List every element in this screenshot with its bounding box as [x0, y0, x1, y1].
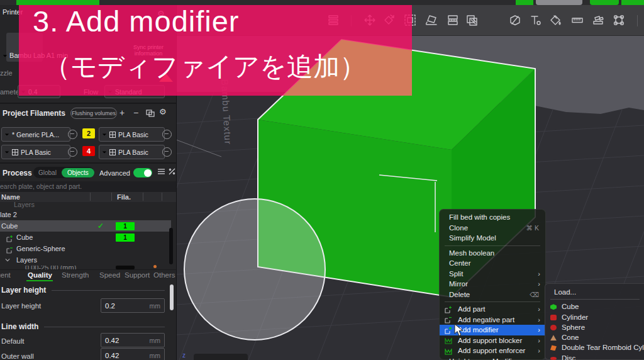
- nozzle-label-fragment: zzle: [0, 69, 13, 77]
- paint-icon[interactable]: [547, 12, 564, 28]
- split-to-parts-icon[interactable]: [464, 12, 480, 28]
- filament-swap-icon[interactable]: [146, 110, 155, 118]
- outer-wall-input[interactable]: 0.42mm: [101, 348, 165, 360]
- cone-shape-icon: [550, 335, 557, 340]
- app-window: Bambu Textur z: [0, 0, 644, 360]
- filament-1-select[interactable]: * Generic PLA...: [1, 127, 70, 142]
- settings-scrollbar[interactable]: [170, 284, 174, 310]
- sphere-shape-icon: [550, 325, 557, 330]
- cut-icon[interactable]: [507, 12, 523, 28]
- add-filament-button[interactable]: +: [119, 108, 125, 118]
- menu-item-fill-bed[interactable]: Fill bed with copies: [440, 212, 545, 223]
- top-tab-strip: [0, 0, 644, 5]
- lay-on-face-icon[interactable]: [423, 12, 440, 28]
- default-width-input[interactable]: 0.42mm: [101, 333, 165, 347]
- overlay-subtitle: （モディファイアを追加）: [44, 49, 366, 84]
- menu-item-add-support-enforcer[interactable]: Add support enforcer ›: [440, 346, 545, 356]
- top-button-gray[interactable]: [536, 0, 582, 5]
- remove-filament-button[interactable]: −: [133, 108, 138, 118]
- sphere-object[interactable]: [184, 199, 325, 340]
- advanced-toggle[interactable]: [133, 168, 152, 177]
- print-button-bottom[interactable]: [621, 0, 644, 5]
- tree-row-generic-sphere[interactable]: Generic-Sphere: [0, 243, 171, 254]
- tab-others[interactable]: Others: [153, 271, 175, 279]
- tab-speed[interactable]: Speed: [99, 271, 120, 279]
- layer-height-input[interactable]: 0.2mm: [101, 298, 165, 313]
- search-input[interactable]: earch plate, object and part.: [0, 181, 176, 192]
- submenu-item-cube[interactable]: Cube: [545, 301, 644, 312]
- tree-scrollbar[interactable]: [169, 228, 173, 264]
- line-width-section-header: Line width: [1, 322, 38, 331]
- tab-support[interactable]: Support: [125, 271, 150, 279]
- submenu-chevron-icon: ›: [538, 304, 540, 315]
- submenu-item-sphere[interactable]: Sphere: [545, 322, 644, 332]
- menu-item-simplify-model[interactable]: Simplify Model: [440, 233, 545, 244]
- z-axis-label: z: [182, 352, 186, 359]
- flushing-volumes-button[interactable]: Flushing volumes: [70, 108, 117, 119]
- seam-icon[interactable]: [611, 12, 627, 28]
- slice-button-bottom[interactable]: [590, 0, 619, 5]
- filament-3-select[interactable]: PLA Basic: [1, 145, 70, 159]
- cylinder-shape-icon: [550, 315, 557, 320]
- menu-item-delete[interactable]: Delete ⌫: [440, 290, 545, 300]
- menu-divider: [445, 301, 540, 302]
- tree-row-cube-part[interactable]: Cube: [0, 232, 171, 243]
- negative-part-icon: [6, 245, 13, 252]
- add-modifier-icon: [445, 327, 452, 334]
- submenu-item-cylinder[interactable]: Cylinder: [545, 312, 644, 322]
- top-button-green[interactable]: [516, 0, 533, 5]
- overlay-title: 3. Add modifier: [33, 4, 240, 38]
- process-scope-segmented[interactable]: Global Objects: [33, 167, 94, 178]
- menu-divider: [550, 299, 640, 300]
- submenu-chevron-icon: ›: [538, 335, 540, 346]
- submenu-item-disc[interactable]: Disc: [545, 353, 644, 360]
- split-to-objects-icon[interactable]: [445, 12, 461, 28]
- remove-filament-1-icon[interactable]: [68, 130, 77, 139]
- tree-row-layers-child[interactable]: Layers: [0, 254, 171, 266]
- filament-4-number-badge: 4: [82, 146, 95, 156]
- tree-row-plate2[interactable]: late 2: [0, 209, 171, 220]
- menu-item-clone[interactable]: Clone ⌘ K: [440, 223, 545, 233]
- tab-quality[interactable]: Quality: [28, 271, 52, 279]
- menu-item-height-range-modifier[interactable]: Height range Modifier: [440, 356, 545, 360]
- mouse-cursor: [454, 323, 464, 337]
- filament-4-select[interactable]: PLA Basic: [99, 145, 165, 159]
- add-part-icon: [445, 306, 452, 313]
- printable-check-icon[interactable]: ✓: [97, 220, 104, 232]
- submenu-item-cone[interactable]: Cone: [545, 332, 644, 342]
- submenu-chevron-icon: ›: [538, 346, 540, 356]
- remove-filament-2-icon[interactable]: [162, 130, 172, 139]
- tree-row-cube-selected[interactable]: Cube ✓: [0, 220, 171, 232]
- tune-icon[interactable]: [168, 167, 176, 177]
- tree-row-layers-clipped[interactable]: Layers: [0, 201, 171, 208]
- menu-item-mirror[interactable]: Mirror ›: [440, 279, 545, 290]
- text-tool-icon[interactable]: [527, 12, 543, 28]
- fila-badge-green[interactable]: 1: [116, 233, 135, 242]
- submenu-item-double-tear[interactable]: Double Tear Romboid Cylinde: [545, 342, 644, 352]
- submenu-item-load[interactable]: Load...: [545, 287, 644, 297]
- menu-item-center[interactable]: Center: [440, 258, 545, 269]
- support-enforcer-icon: [445, 347, 452, 355]
- clone-shortcut: ⌘ K: [526, 223, 539, 233]
- tab-frequent[interactable]: quent: [0, 271, 11, 279]
- measure-icon[interactable]: [569, 12, 586, 28]
- prepare-tab-bottom[interactable]: [16, 0, 99, 5]
- remove-filament-4-icon[interactable]: [162, 147, 172, 157]
- add-modifier-submenu: Load... Cube Cylinder Sphere Cone Double…: [545, 283, 644, 360]
- submenu-chevron-icon: ›: [538, 279, 540, 290]
- scope-global-option[interactable]: Global: [33, 169, 62, 176]
- filament-2-select[interactable]: PLA Basic: [99, 127, 165, 142]
- tab-strength[interactable]: Strength: [62, 271, 89, 279]
- support-blocker-icon: [445, 337, 452, 344]
- menu-item-add-part[interactable]: Add part ›: [440, 304, 545, 315]
- layer-height-label: Layer height: [1, 302, 41, 310]
- fila-badge-green[interactable]: 1: [116, 222, 135, 230]
- assembly-icon[interactable]: [590, 12, 606, 28]
- filament-settings-gear-icon[interactable]: ⚙: [159, 107, 167, 116]
- advanced-label: Advanced: [99, 169, 130, 177]
- remove-filament-3-icon[interactable]: [68, 147, 77, 157]
- list-view-icon[interactable]: [157, 167, 165, 177]
- scope-objects-option[interactable]: Objects: [62, 168, 94, 177]
- menu-item-mesh-boolean[interactable]: Mesh boolean: [440, 248, 545, 259]
- menu-item-split[interactable]: Split ›: [440, 269, 545, 279]
